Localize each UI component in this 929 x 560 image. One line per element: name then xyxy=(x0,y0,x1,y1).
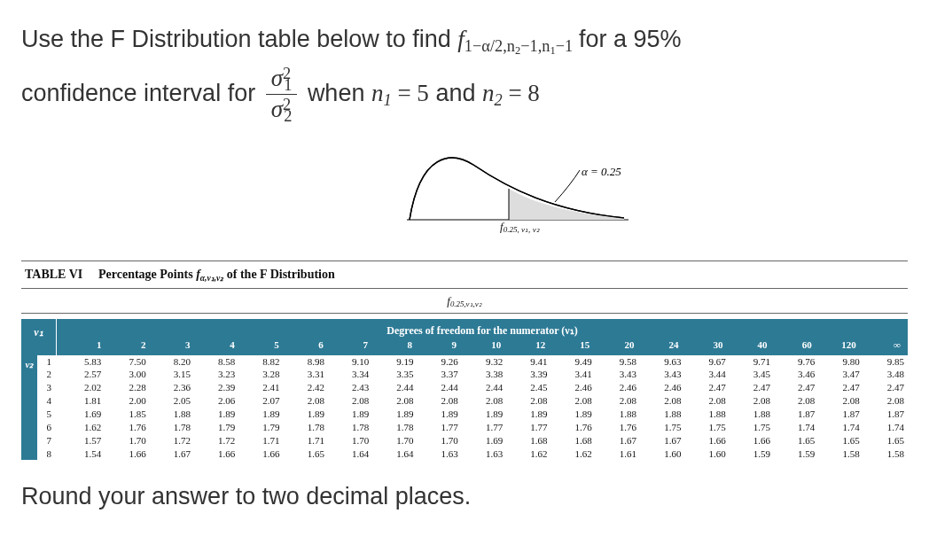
alpha-label: α = 0.25 xyxy=(582,165,621,179)
data-cell: 1.85 xyxy=(105,408,149,421)
data-cell: 3.41 xyxy=(550,368,595,381)
data-cell: 2.08 xyxy=(550,394,595,408)
table-alpha-label: f0.25,ν₁,ν₂ xyxy=(21,289,908,313)
question-text-2: for a 95% xyxy=(579,26,682,52)
row-label: 6 xyxy=(37,421,60,434)
data-cell: 1.78 xyxy=(150,421,194,434)
data-cell: 2.47 xyxy=(774,381,818,394)
table-description: Percentage Points fα,ν₁,ν₂ of the F Dist… xyxy=(98,268,335,281)
data-cell: 1.71 xyxy=(284,434,328,447)
data-cell: 8.98 xyxy=(284,355,328,369)
data-cell: 1.88 xyxy=(730,408,774,421)
data-cell: 2.08 xyxy=(418,394,462,408)
data-cell: 9.26 xyxy=(418,355,462,369)
data-cell: 1.88 xyxy=(150,408,194,421)
data-cell: 2.08 xyxy=(774,394,818,408)
data-cell: 2.06 xyxy=(194,394,238,408)
degrees-header: ν₁ Degrees of freedom for the numerator … xyxy=(21,319,908,355)
data-cell: 1.74 xyxy=(818,421,863,434)
row-label: 7 xyxy=(37,434,60,447)
data-cell: 3.37 xyxy=(418,368,462,381)
data-cell: 3.34 xyxy=(328,368,372,381)
data-cell: 9.85 xyxy=(863,355,908,369)
data-cell: 1.76 xyxy=(105,421,149,434)
data-cell: 1.89 xyxy=(550,408,595,421)
data-cell: 9.67 xyxy=(684,355,729,369)
data-cell: 1.64 xyxy=(372,447,417,461)
data-cell: 1.78 xyxy=(372,421,417,434)
data-cell: 2.42 xyxy=(284,381,328,394)
col-header: 12 xyxy=(504,339,545,350)
data-cell: 2.08 xyxy=(284,394,328,408)
col-header: 30 xyxy=(682,339,722,350)
data-cell: 9.58 xyxy=(596,355,640,369)
data-cell: 1.61 xyxy=(596,447,640,461)
col-header: 8 xyxy=(371,339,412,350)
data-cell: 1.66 xyxy=(194,447,238,461)
question-line-2: confidence interval for σ21 σ22 when n1 … xyxy=(21,66,908,125)
data-cell: 1.79 xyxy=(238,421,283,434)
data-cell: 7.50 xyxy=(105,355,149,369)
data-cell: 1.66 xyxy=(684,434,729,447)
data-cell: 1.70 xyxy=(105,434,149,447)
question-line-1: Use the F Distribution table below to fi… xyxy=(21,21,908,60)
col-header: 20 xyxy=(593,339,634,350)
row-label: 8 xyxy=(37,447,60,461)
data-cell: 1.60 xyxy=(640,447,684,461)
col-header: 24 xyxy=(637,339,678,350)
row-label: 3 xyxy=(37,381,60,394)
data-cell: 3.44 xyxy=(684,368,729,381)
question-text-1: Use the F Distribution table below to fi… xyxy=(21,26,457,52)
table-row: 41.812.002.052.062.072.082.082.082.082.0… xyxy=(37,394,908,408)
data-cell: 1.70 xyxy=(418,434,462,447)
data-cell: 1.63 xyxy=(418,447,462,461)
data-cell: 2.08 xyxy=(506,394,550,408)
data-cell: 1.65 xyxy=(774,434,818,447)
data-cell: 1.89 xyxy=(238,408,283,421)
data-cell: 2.47 xyxy=(684,381,729,394)
data-cell: 2.47 xyxy=(863,381,908,394)
f-distribution-table: 15.837.508.208.588.828.989.109.199.269.3… xyxy=(37,355,908,461)
data-cell: 3.45 xyxy=(730,368,774,381)
table-title-row: TABLE VI Percentage Points fα,ν₁,ν₂ of t… xyxy=(21,261,908,289)
data-cell: 1.65 xyxy=(863,434,908,447)
data-cell: 8.20 xyxy=(150,355,194,369)
data-cell: 1.87 xyxy=(818,408,863,421)
data-cell: 2.08 xyxy=(730,394,774,408)
col-header: 3 xyxy=(149,339,190,350)
col-header: 7 xyxy=(326,339,367,350)
data-cell: 3.31 xyxy=(284,368,328,381)
data-cell: 1.77 xyxy=(462,421,506,434)
data-cell: 2.36 xyxy=(150,381,194,394)
question-text-4: when xyxy=(308,80,371,106)
data-cell: 3.28 xyxy=(238,368,283,381)
table-row: 32.022.282.362.392.412.422.432.442.442.4… xyxy=(37,381,908,394)
data-cell: 3.38 xyxy=(462,368,506,381)
data-cell: 3.43 xyxy=(596,368,640,381)
data-cell: 5.83 xyxy=(60,355,105,369)
data-cell: 1.76 xyxy=(596,421,640,434)
data-cell: 1.64 xyxy=(328,447,372,461)
data-cell: 1.71 xyxy=(238,434,283,447)
data-table-wrap: ν₂ 15.837.508.208.588.828.989.109.199.26… xyxy=(21,355,908,461)
table-number: TABLE VI xyxy=(25,268,82,281)
data-cell: 1.72 xyxy=(194,434,238,447)
data-cell: 2.46 xyxy=(550,381,595,394)
data-cell: 2.46 xyxy=(596,381,640,394)
data-cell: 9.76 xyxy=(774,355,818,369)
col-header: 40 xyxy=(726,339,767,350)
row-label: 2 xyxy=(37,368,60,381)
data-cell: 1.67 xyxy=(596,434,640,447)
data-cell: 3.15 xyxy=(150,368,194,381)
row-label: 5 xyxy=(37,408,60,421)
dof-heading: Degrees of freedom for the numerator (ν₁… xyxy=(57,323,908,338)
col-header: 120 xyxy=(815,339,855,350)
data-cell: 2.41 xyxy=(238,381,283,394)
data-cell: 1.77 xyxy=(506,421,550,434)
data-cell: 9.71 xyxy=(730,355,774,369)
data-cell: 1.88 xyxy=(640,408,684,421)
data-cell: 1.78 xyxy=(328,421,372,434)
data-cell: 2.44 xyxy=(372,381,417,394)
data-cell: 2.08 xyxy=(818,394,863,408)
col-header: 9 xyxy=(416,339,457,350)
